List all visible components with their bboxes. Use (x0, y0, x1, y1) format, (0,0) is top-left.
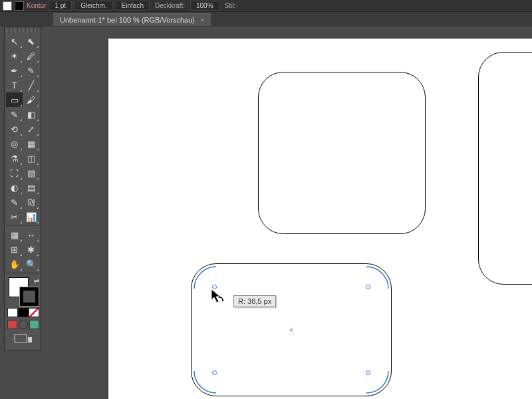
tooltip-label: R: (238, 297, 245, 305)
corner-handle-icon[interactable] (212, 285, 217, 289)
draw-inside-mode[interactable] (29, 320, 39, 329)
corner-radius-handle-tr[interactable] (366, 266, 389, 289)
selection-tool[interactable]: ↖ (6, 34, 23, 49)
options-bar: Kontur 1 pt Gleichm. Einfach Deckkraft: … (0, 0, 532, 12)
stroke-swatch[interactable] (15, 1, 24, 11)
stroke-weight-dropdown[interactable]: 1 pt (49, 1, 72, 11)
draw-behind-mode[interactable] (19, 320, 29, 329)
rounded-rectangle-2[interactable] (478, 52, 532, 285)
color-mode-gradient[interactable] (18, 308, 29, 317)
tools-panel: ↖ ⬉ ✶ 🖉 ✒ ✎ T ╱ ▭ 🖌 ✎ ◧ ⟲ ⤢ ◎ ▦ ⚗ ◫ ⛶ ▨ … (4, 27, 41, 351)
rounded-rectangle-1[interactable] (258, 72, 426, 234)
document-tab[interactable]: Unbenannt-1* bei 100 % (RGB/Vorschau) × (53, 13, 211, 26)
opacity-dropdown[interactable]: 100% (190, 1, 219, 11)
rotate-tool[interactable]: ⟲ (6, 122, 23, 136)
fill-swatch[interactable] (3, 1, 12, 11)
tooltip-value: 38,5 px (247, 297, 271, 305)
kontur-label: Kontur (27, 2, 46, 9)
draw-normal-mode[interactable] (7, 320, 17, 329)
corner-radius-handle-bl[interactable] (194, 371, 216, 394)
color-mode-none[interactable] (29, 308, 39, 317)
free-transform-tool[interactable]: ▦ (23, 136, 39, 151)
shape-builder-tool[interactable]: ⚗ (6, 151, 23, 166)
corner-handle-icon[interactable] (366, 370, 370, 375)
svg-rect-0 (15, 334, 27, 342)
profile-dropdown[interactable]: Gleichm. (74, 1, 112, 11)
eyedropper-tool[interactable]: ◐ (6, 180, 23, 195)
opacity-label: Deckkraft: (152, 2, 188, 9)
artboard[interactable]: × R: 38,5 px (108, 39, 532, 399)
move-tool[interactable]: ↔ (23, 227, 39, 242)
stroke-color-swatch[interactable] (19, 287, 39, 307)
corner-radius-handle-tl[interactable] (194, 266, 216, 289)
fill-stroke-control[interactable]: ⇄ (7, 277, 41, 307)
mesh-tool[interactable]: ⛶ (6, 166, 23, 180)
width-tool[interactable]: ◎ (6, 136, 23, 151)
center-point-icon: × (289, 327, 293, 334)
radius-tooltip: R: 38,5 px (233, 295, 276, 307)
panel-drag-handle[interactable] (6, 29, 39, 33)
type-tool[interactable]: T (6, 78, 23, 92)
blend-tool[interactable]: ▤ (23, 180, 39, 195)
brush-dropdown[interactable]: Einfach (116, 1, 150, 11)
rounded-rectangle-selected[interactable]: × (191, 263, 392, 396)
screen-mode-button[interactable] (7, 332, 39, 346)
hand-tool[interactable]: ✋ (6, 257, 23, 271)
corner-handle-icon[interactable] (366, 285, 370, 289)
style-label: Stil: (222, 2, 239, 9)
svg-rect-1 (28, 337, 32, 342)
document-tab-bar: Unbenannt-1* bei 100 % (RGB/Vorschau) × (0, 12, 532, 27)
eraser-tool[interactable]: ◧ (23, 107, 39, 122)
grid-tool[interactable]: ▦ (6, 227, 23, 242)
artboard-tool[interactable]: 📊 (23, 209, 39, 224)
perspective-grid-tool[interactable]: ◫ (23, 151, 39, 166)
magic-wand-tool[interactable]: ✶ (6, 49, 23, 63)
pencil-tool[interactable]: ✎ (6, 107, 23, 122)
curvature-tool[interactable]: ✎ (23, 63, 39, 78)
corner-radius-handle-br[interactable] (366, 371, 389, 394)
scale-tool[interactable]: ⤢ (23, 122, 39, 136)
slice-tool[interactable]: ✂ (6, 209, 23, 224)
swap-fill-stroke-icon[interactable]: ⇄ (34, 277, 39, 285)
lasso-tool[interactable]: 🖉 (23, 49, 39, 63)
paintbrush-tool[interactable]: 🖌 (23, 92, 39, 107)
gradient-tool[interactable]: ▨ (23, 166, 39, 180)
canvas-viewport[interactable]: × R: 38,5 px (52, 27, 532, 399)
close-tab-icon[interactable]: × (200, 16, 204, 24)
column-graph-tool[interactable]: ₪ (23, 195, 39, 209)
corner-handle-icon[interactable] (212, 370, 217, 375)
zoom-tool[interactable]: 🔍 (23, 257, 39, 271)
symbol-sprayer-tool[interactable]: ✎ (6, 195, 23, 209)
document-tab-title: Unbenannt-1* bei 100 % (RGB/Vorschau) (60, 16, 195, 24)
rectangle-tool[interactable]: ▭ (6, 92, 23, 107)
pen-tool[interactable]: ✒ (6, 63, 23, 78)
print-tiling-tool[interactable]: ✱ (23, 242, 39, 257)
direct-selection-tool[interactable]: ⬉ (23, 34, 39, 49)
line-segment-tool[interactable]: ╱ (23, 78, 39, 92)
crop-tool[interactable]: ⊞ (6, 242, 23, 257)
color-mode-solid[interactable] (7, 308, 18, 317)
